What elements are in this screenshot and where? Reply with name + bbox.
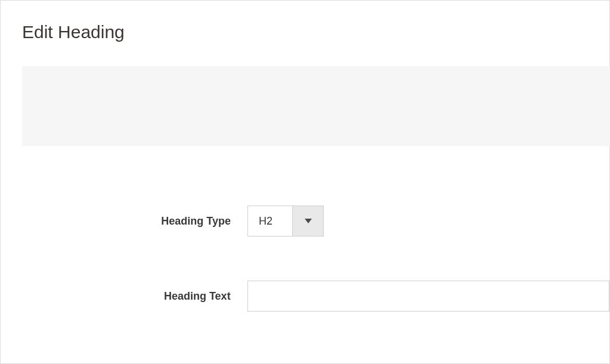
form-area: Heading Type H2 Heading Text bbox=[1, 206, 609, 312]
heading-text-row: Heading Text bbox=[22, 281, 609, 312]
chevron-down-icon bbox=[305, 219, 312, 223]
preview-area bbox=[22, 66, 610, 146]
heading-type-dropdown-button[interactable] bbox=[292, 206, 323, 236]
heading-type-row: Heading Type H2 bbox=[22, 206, 609, 237]
heading-text-label: Heading Text bbox=[22, 290, 247, 303]
edit-heading-panel: Edit Heading Heading Type H2 Heading Tex… bbox=[0, 0, 610, 364]
svg-marker-0 bbox=[305, 219, 312, 223]
heading-text-input[interactable] bbox=[247, 281, 609, 312]
panel-title: Edit Heading bbox=[1, 1, 609, 42]
heading-type-label: Heading Type bbox=[22, 215, 247, 228]
heading-type-select[interactable]: H2 bbox=[247, 206, 324, 237]
heading-type-value: H2 bbox=[248, 206, 292, 236]
